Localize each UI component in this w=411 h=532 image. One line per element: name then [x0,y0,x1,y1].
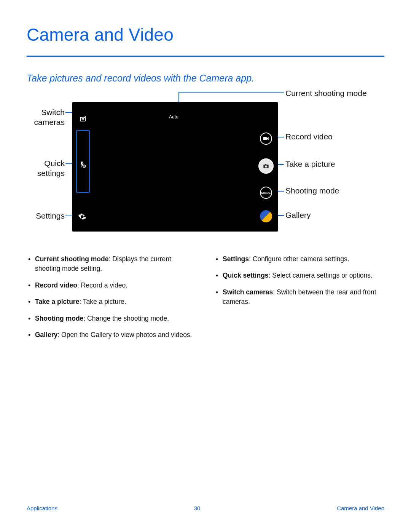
shooting-mode-button[interactable]: MODE [260,187,272,199]
bullet-column-right: Settings: Configure other camera setting… [214,254,384,347]
callout-switch-cameras: Switch cameras [27,107,65,128]
camera-diagram: Auto [27,88,384,241]
record-video-button[interactable] [260,133,272,145]
svg-rect-13 [263,137,267,140]
list-item: Switch cameras: Switch between the rear … [214,288,384,307]
svg-point-15 [265,166,267,168]
callout-record-video: Record video [285,132,384,142]
callout-gallery: Gallery [285,210,384,220]
list-item: Settings: Configure other camera setting… [214,254,384,264]
title-divider [27,56,384,57]
settings-gear-icon[interactable] [78,212,86,220]
svg-rect-16 [265,164,266,165]
footer-section: Applications [27,505,57,511]
list-item: Quick settings: Select camera settings o… [214,271,384,280]
callout-shooting-mode: Shooting mode [285,186,384,196]
page-subtitle: Take pictures and record videos with the… [27,73,384,84]
svg-point-10 [82,118,84,120]
list-item: Current shooting mode: Displays the curr… [27,254,197,274]
callout-settings: Settings [27,211,65,221]
current-mode-label: Auto [169,114,178,120]
callout-quick-settings: Quick settings [27,158,65,179]
gallery-button[interactable] [260,210,272,222]
quick-settings-panel[interactable] [76,130,90,193]
footer-topic: Camera and Video [337,505,384,511]
feature-descriptions: Current shooting mode: Displays the curr… [27,254,384,347]
callout-take-picture: Take a picture [285,159,384,169]
bullet-column-left: Current shooting mode: Displays the curr… [27,254,197,347]
page-footer: Applications 30 Camera and Video [0,505,411,511]
list-item: Take a picture: Take a picture. [27,297,197,307]
take-picture-button[interactable] [258,158,274,174]
svg-rect-9 [80,117,85,121]
footer-page-num: 30 [194,505,201,511]
list-item: Gallery: Open the Gallery to view photos… [27,330,197,340]
list-item: Record video: Record a video. [27,281,197,290]
switch-camera-icon[interactable] [79,115,87,123]
page-title: Camera and Video [27,24,384,45]
callout-current-mode: Current shooting mode [285,88,384,98]
camera-viewfinder: Auto [72,102,278,232]
list-item: Shooting mode: Change the shooting mode. [27,314,197,323]
